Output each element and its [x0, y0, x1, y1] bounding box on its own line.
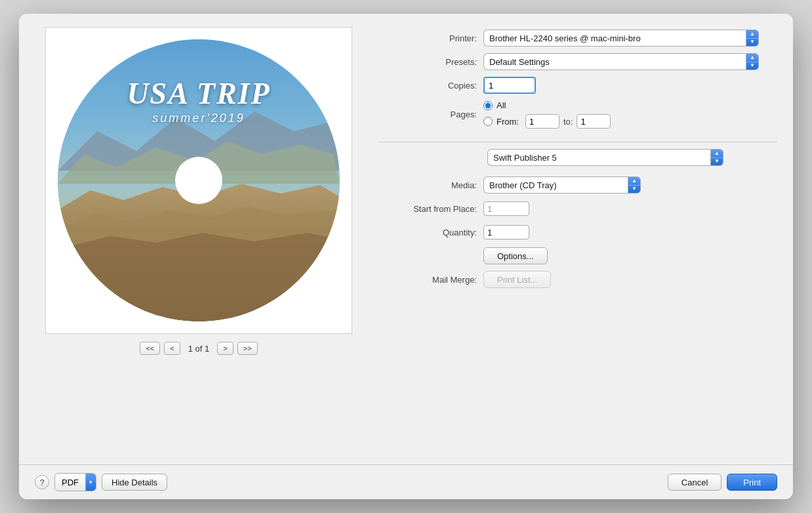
copies-label: Copies:: [378, 81, 483, 91]
pdf-button-group: PDF ▾: [54, 473, 96, 491]
presets-stepper-up[interactable]: ▲: [746, 54, 758, 62]
quantity-input[interactable]: [483, 225, 529, 239]
pages-all-label: All: [497, 100, 506, 110]
pdf-arrow-button[interactable]: ▾: [86, 474, 96, 491]
media-select[interactable]: Brother (CD Tray): [483, 176, 628, 194]
section-select-wrapper: Swift Publisher 5 ▲ ▼: [487, 149, 723, 166]
cd-hole: [175, 157, 222, 204]
media-label: Media:: [378, 180, 483, 190]
media-row: Media: Brother (CD Tray) ▲ ▼: [378, 176, 777, 194]
hide-details-button[interactable]: Hide Details: [102, 474, 167, 491]
mail-merge-row: Mail Merge: Print List...: [378, 271, 777, 288]
start-from-place-control: [483, 201, 777, 216]
svg-marker-6: [58, 233, 340, 321]
cd-title-main: USA TRIP: [100, 79, 297, 109]
section-divider: [378, 142, 777, 142]
section-select[interactable]: Swift Publisher 5: [487, 149, 710, 166]
media-control: Brother (CD Tray) ▲ ▼: [483, 176, 777, 194]
printer-label: Printer:: [378, 33, 483, 43]
section-stepper-up[interactable]: ▲: [711, 150, 723, 158]
cd-preview: USA TRIP summer'2019: [45, 27, 352, 334]
nav-last-button[interactable]: >>: [237, 342, 258, 355]
pages-range-row: From: to:: [483, 114, 777, 129]
pages-row: Pages: All From: to:: [378, 100, 777, 129]
cd-circle: USA TRIP summer'2019: [58, 39, 340, 321]
nav-next-button[interactable]: >: [217, 342, 233, 355]
pages-from-input[interactable]: [525, 114, 559, 129]
start-from-place-input[interactable]: [483, 201, 529, 216]
presets-stepper[interactable]: ▲ ▼: [746, 53, 759, 70]
presets-label: Presets:: [378, 57, 483, 67]
settings-panel: Printer: Brother HL-2240 series @ mac-mi…: [378, 27, 777, 464]
pages-radio-group: All From: to:: [483, 100, 777, 129]
options-row: Options...: [378, 247, 777, 264]
pages-from-label: From:: [497, 117, 519, 127]
pages-to-label: to:: [563, 117, 573, 127]
copies-input[interactable]: [483, 77, 536, 94]
start-from-place-label: Start from Place:: [378, 204, 483, 214]
options-button[interactable]: Options...: [483, 247, 548, 264]
presets-select[interactable]: Default Settings: [483, 53, 746, 70]
presets-control: Default Settings ▲ ▼: [483, 53, 777, 70]
pages-all-radio[interactable]: [483, 101, 493, 110]
presets-stepper-down[interactable]: ▼: [746, 62, 758, 70]
pdf-arrow-icon: ▾: [89, 479, 92, 485]
printer-select[interactable]: Brother HL-2240 series @ mac-mini-bro: [483, 30, 746, 47]
media-select-wrapper: Brother (CD Tray) ▲ ▼: [483, 176, 641, 194]
bottom-bar: ? PDF ▾ Hide Details Cancel Print: [19, 464, 793, 499]
pages-label: Pages:: [378, 110, 483, 119]
help-button[interactable]: ?: [35, 475, 49, 489]
options-control: Options...: [483, 247, 777, 264]
quantity-label: Quantity:: [378, 228, 483, 237]
media-stepper-up[interactable]: ▲: [628, 177, 640, 186]
nav-first-button[interactable]: <<: [140, 342, 160, 355]
printer-stepper[interactable]: ▲ ▼: [746, 30, 759, 47]
quantity-control: [483, 225, 777, 239]
print-list-button: Print List...: [483, 271, 551, 288]
quantity-row: Quantity:: [378, 224, 777, 241]
mail-merge-control: Print List...: [483, 271, 777, 288]
print-button[interactable]: Print: [727, 474, 777, 491]
cd-title-sub: summer'2019: [100, 112, 297, 125]
copies-row: Copies:: [378, 77, 777, 94]
media-stepper-down[interactable]: ▼: [628, 186, 640, 194]
printer-row: Printer: Brother HL-2240 series @ mac-mi…: [378, 30, 777, 47]
pages-range-radio[interactable]: [483, 117, 493, 126]
preview-panel: USA TRIP summer'2019 << < 1 of 1 > >>: [35, 27, 363, 464]
presets-row: Presets: Default Settings ▲ ▼: [378, 53, 777, 70]
cancel-button[interactable]: Cancel: [668, 474, 721, 491]
start-from-place-row: Start from Place:: [378, 200, 777, 217]
printer-stepper-up[interactable]: ▲: [746, 30, 758, 39]
mail-merge-label: Mail Merge:: [378, 275, 483, 285]
copies-control: [483, 77, 777, 94]
print-dialog: USA TRIP summer'2019 << < 1 of 1 > >> Pr…: [19, 14, 793, 499]
pages-to-input[interactable]: [577, 114, 611, 129]
printer-control: Brother HL-2240 series @ mac-mini-bro ▲ …: [483, 30, 777, 47]
media-stepper[interactable]: ▲ ▼: [628, 176, 641, 194]
section-stepper[interactable]: ▲ ▼: [710, 149, 723, 166]
pdf-main-button[interactable]: PDF: [55, 474, 86, 491]
presets-select-wrapper: Default Settings ▲ ▼: [483, 53, 759, 70]
printer-select-wrapper: Brother HL-2240 series @ mac-mini-bro ▲ …: [483, 30, 759, 47]
section-stepper-down[interactable]: ▼: [711, 158, 723, 166]
range-inputs: to:: [525, 114, 611, 129]
pages-control: All From: to:: [483, 100, 777, 129]
pages-all-row: All: [483, 100, 777, 110]
cd-title: USA TRIP summer'2019: [100, 79, 297, 125]
printer-stepper-down[interactable]: ▼: [746, 39, 758, 47]
page-indicator: 1 of 1: [188, 344, 210, 354]
nav-controls: << < 1 of 1 > >>: [140, 342, 257, 355]
nav-prev-button[interactable]: <: [164, 342, 180, 355]
